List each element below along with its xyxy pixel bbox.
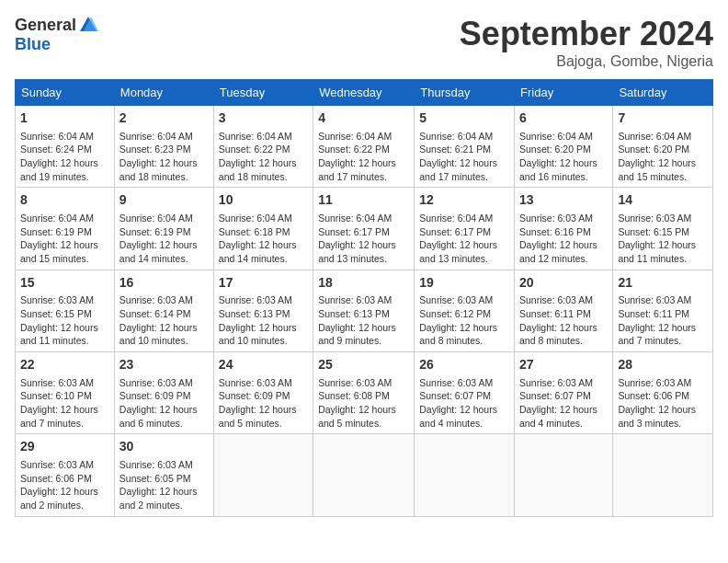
day-info: Sunrise: 6:04 AM Sunset: 6:21 PM Dayligh… xyxy=(419,130,509,184)
day-info: Sunrise: 6:03 AM Sunset: 6:06 PM Dayligh… xyxy=(618,376,708,431)
day-number: 29 xyxy=(20,438,109,456)
day-info: Sunrise: 6:03 AM Sunset: 6:09 PM Dayligh… xyxy=(119,376,209,431)
day-number: 13 xyxy=(519,191,608,210)
day-number: 15 xyxy=(20,274,109,293)
day-number: 23 xyxy=(119,356,209,374)
day-info: Sunrise: 6:04 AM Sunset: 6:20 PM Dayligh… xyxy=(519,130,608,184)
day-number: 18 xyxy=(318,274,409,293)
day-info: Sunrise: 6:03 AM Sunset: 6:12 PM Dayligh… xyxy=(419,293,509,348)
day-info: Sunrise: 6:03 AM Sunset: 6:13 PM Dayligh… xyxy=(318,293,409,348)
day-number: 2 xyxy=(119,109,209,128)
day-info: Sunrise: 6:04 AM Sunset: 6:19 PM Dayligh… xyxy=(119,212,209,266)
location: Bajoga, Gombe, Nigeria xyxy=(460,53,713,70)
day-info: Sunrise: 6:03 AM Sunset: 6:11 PM Dayligh… xyxy=(519,293,608,348)
calendar-cell: 13Sunrise: 6:03 AM Sunset: 6:16 PM Dayli… xyxy=(515,188,613,270)
logo-general-text: General xyxy=(15,16,76,35)
calendar-cell: 26Sunrise: 6:03 AM Sunset: 6:07 PM Dayli… xyxy=(415,352,515,434)
calendar-cell: 17Sunrise: 6:03 AM Sunset: 6:13 PM Dayli… xyxy=(213,270,313,351)
title-block: September 2024 Bajoga, Gombe, Nigeria xyxy=(460,15,713,70)
calendar-week-5: 29Sunrise: 6:03 AM Sunset: 6:06 PM Dayli… xyxy=(16,434,713,516)
day-number: 6 xyxy=(519,109,608,128)
day-number: 4 xyxy=(318,109,409,128)
day-info: Sunrise: 6:04 AM Sunset: 6:23 PM Dayligh… xyxy=(119,130,209,184)
weekday-header-monday: Monday xyxy=(114,80,213,106)
calendar-cell: 21Sunrise: 6:03 AM Sunset: 6:11 PM Dayli… xyxy=(613,270,713,351)
calendar-cell xyxy=(313,434,415,516)
day-number: 27 xyxy=(519,356,608,374)
day-number: 25 xyxy=(318,356,409,374)
calendar-cell: 22Sunrise: 6:03 AM Sunset: 6:10 PM Dayli… xyxy=(16,352,115,434)
calendar-cell xyxy=(213,434,313,516)
calendar-cell: 10Sunrise: 6:04 AM Sunset: 6:18 PM Dayli… xyxy=(213,188,313,270)
day-info: Sunrise: 6:04 AM Sunset: 6:22 PM Dayligh… xyxy=(219,130,308,184)
day-number: 5 xyxy=(419,109,509,128)
calendar-cell: 9Sunrise: 6:04 AM Sunset: 6:19 PM Daylig… xyxy=(114,188,213,270)
day-info: Sunrise: 6:03 AM Sunset: 6:05 PM Dayligh… xyxy=(119,458,209,512)
calendar-cell: 29Sunrise: 6:03 AM Sunset: 6:06 PM Dayli… xyxy=(16,434,115,516)
calendar-table: SundayMondayTuesdayWednesdayThursdayFrid… xyxy=(15,79,713,517)
weekday-header-friday: Friday xyxy=(515,80,613,106)
weekday-header-wednesday: Wednesday xyxy=(313,80,415,106)
day-number: 20 xyxy=(519,274,608,293)
day-info: Sunrise: 6:03 AM Sunset: 6:09 PM Dayligh… xyxy=(219,376,308,431)
calendar-cell: 11Sunrise: 6:04 AM Sunset: 6:17 PM Dayli… xyxy=(313,188,415,270)
day-number: 12 xyxy=(419,191,509,210)
calendar-cell: 2Sunrise: 6:04 AM Sunset: 6:23 PM Daylig… xyxy=(114,106,213,188)
calendar-cell: 1Sunrise: 6:04 AM Sunset: 6:24 PM Daylig… xyxy=(16,106,115,188)
calendar-cell xyxy=(515,434,613,516)
calendar-cell: 27Sunrise: 6:03 AM Sunset: 6:07 PM Dayli… xyxy=(515,352,613,434)
calendar-cell: 8Sunrise: 6:04 AM Sunset: 6:19 PM Daylig… xyxy=(16,188,115,270)
calendar-cell: 18Sunrise: 6:03 AM Sunset: 6:13 PM Dayli… xyxy=(313,270,415,351)
day-info: Sunrise: 6:04 AM Sunset: 6:22 PM Dayligh… xyxy=(318,130,409,184)
day-info: Sunrise: 6:04 AM Sunset: 6:20 PM Dayligh… xyxy=(618,130,708,184)
calendar-cell xyxy=(415,434,515,516)
day-info: Sunrise: 6:03 AM Sunset: 6:15 PM Dayligh… xyxy=(618,212,708,266)
day-number: 26 xyxy=(419,356,509,374)
calendar-week-2: 8Sunrise: 6:04 AM Sunset: 6:19 PM Daylig… xyxy=(16,188,713,270)
day-info: Sunrise: 6:03 AM Sunset: 6:07 PM Dayligh… xyxy=(519,376,608,431)
day-info: Sunrise: 6:04 AM Sunset: 6:24 PM Dayligh… xyxy=(20,130,109,184)
logo: General Blue xyxy=(15,15,98,54)
day-number: 19 xyxy=(419,274,509,293)
calendar-cell: 19Sunrise: 6:03 AM Sunset: 6:12 PM Dayli… xyxy=(415,270,515,351)
weekday-header-saturday: Saturday xyxy=(613,80,713,106)
calendar-cell: 28Sunrise: 6:03 AM Sunset: 6:06 PM Dayli… xyxy=(613,352,713,434)
day-number: 9 xyxy=(119,191,209,210)
calendar-cell: 5Sunrise: 6:04 AM Sunset: 6:21 PM Daylig… xyxy=(415,106,515,188)
day-info: Sunrise: 6:03 AM Sunset: 6:11 PM Dayligh… xyxy=(618,293,708,348)
calendar-cell: 12Sunrise: 6:04 AM Sunset: 6:17 PM Dayli… xyxy=(415,188,515,270)
day-info: Sunrise: 6:03 AM Sunset: 6:13 PM Dayligh… xyxy=(219,293,308,348)
calendar-week-3: 15Sunrise: 6:03 AM Sunset: 6:15 PM Dayli… xyxy=(16,270,713,351)
day-info: Sunrise: 6:03 AM Sunset: 6:14 PM Dayligh… xyxy=(119,293,209,348)
logo-icon xyxy=(78,15,98,35)
day-info: Sunrise: 6:03 AM Sunset: 6:15 PM Dayligh… xyxy=(20,293,109,348)
calendar-cell: 20Sunrise: 6:03 AM Sunset: 6:11 PM Dayli… xyxy=(515,270,613,351)
day-number: 1 xyxy=(20,109,109,128)
weekday-header-sunday: Sunday xyxy=(16,80,115,106)
day-info: Sunrise: 6:04 AM Sunset: 6:19 PM Dayligh… xyxy=(20,212,109,266)
day-number: 14 xyxy=(618,191,708,210)
day-number: 24 xyxy=(219,356,308,374)
calendar-cell: 3Sunrise: 6:04 AM Sunset: 6:22 PM Daylig… xyxy=(213,106,313,188)
calendar-cell: 30Sunrise: 6:03 AM Sunset: 6:05 PM Dayli… xyxy=(114,434,213,516)
day-info: Sunrise: 6:04 AM Sunset: 6:18 PM Dayligh… xyxy=(219,212,308,266)
weekday-header-tuesday: Tuesday xyxy=(213,80,313,106)
day-number: 17 xyxy=(219,274,308,293)
calendar-cell: 6Sunrise: 6:04 AM Sunset: 6:20 PM Daylig… xyxy=(515,106,613,188)
page-header: General Blue September 2024 Bajoga, Gomb… xyxy=(15,15,713,70)
day-info: Sunrise: 6:03 AM Sunset: 6:16 PM Dayligh… xyxy=(519,212,608,266)
calendar-cell: 4Sunrise: 6:04 AM Sunset: 6:22 PM Daylig… xyxy=(313,106,415,188)
day-number: 11 xyxy=(318,191,409,210)
calendar-cell: 24Sunrise: 6:03 AM Sunset: 6:09 PM Dayli… xyxy=(213,352,313,434)
day-number: 3 xyxy=(219,109,308,128)
weekday-header-thursday: Thursday xyxy=(415,80,515,106)
calendar-week-1: 1Sunrise: 6:04 AM Sunset: 6:24 PM Daylig… xyxy=(16,106,713,188)
day-number: 7 xyxy=(618,109,708,128)
day-info: Sunrise: 6:03 AM Sunset: 6:10 PM Dayligh… xyxy=(20,376,109,431)
logo-blue-text: Blue xyxy=(15,35,51,54)
calendar-cell: 16Sunrise: 6:03 AM Sunset: 6:14 PM Dayli… xyxy=(114,270,213,351)
day-info: Sunrise: 6:04 AM Sunset: 6:17 PM Dayligh… xyxy=(318,212,409,266)
month-title: September 2024 xyxy=(460,15,713,53)
day-info: Sunrise: 6:03 AM Sunset: 6:07 PM Dayligh… xyxy=(419,376,509,431)
calendar-week-4: 22Sunrise: 6:03 AM Sunset: 6:10 PM Dayli… xyxy=(16,352,713,434)
